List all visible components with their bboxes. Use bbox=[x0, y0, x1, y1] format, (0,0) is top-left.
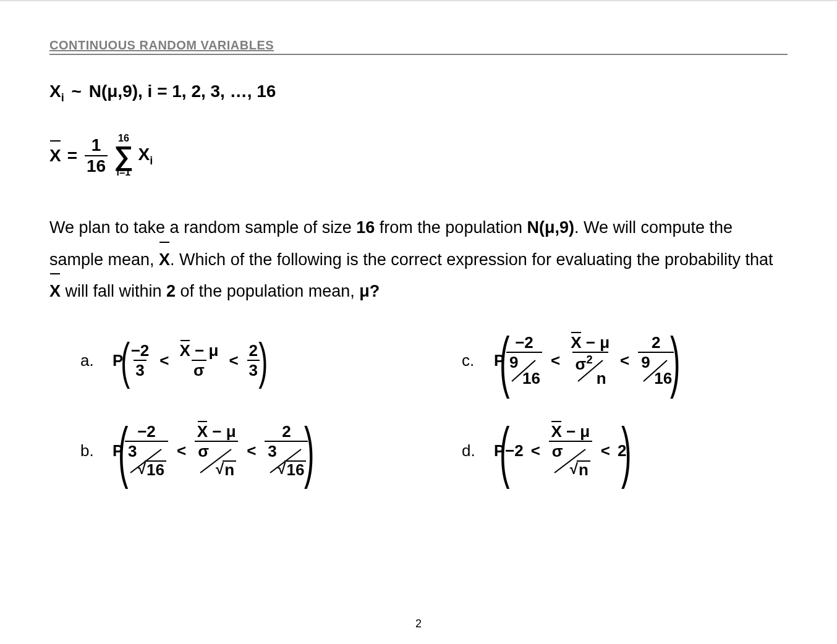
xi-symbol: Xi bbox=[49, 82, 64, 101]
tilde: ~ bbox=[72, 82, 82, 101]
distribution: N(μ,9) bbox=[89, 82, 138, 101]
equation-population: Xi ~ N(μ,9), i = 1, 2, 3, …, 16 bbox=[49, 78, 788, 106]
question-paragraph: We plan to take a random sample of size … bbox=[49, 212, 788, 307]
option-d[interactable]: d. P ( −2 < X − μ σ √n bbox=[462, 423, 788, 478]
index-range: i = 1, 2, 3, …, 16 bbox=[148, 82, 276, 101]
document-content: Xi ~ N(μ,9), i = 1, 2, 3, …, 16 X = 1 16… bbox=[49, 78, 788, 478]
fraction-1-16: 1 16 bbox=[85, 137, 108, 175]
option-a[interactable]: a. P ( −23 < X − μσ < 23 ) bbox=[80, 334, 406, 386]
options-grid: a. P ( −23 < X − μσ < 23 ) c. bbox=[49, 334, 788, 478]
equals-sign: = bbox=[67, 143, 77, 169]
document-page: CONTINUOUS RANDOM VARIABLES Xi ~ N(μ,9),… bbox=[0, 0, 837, 644]
xbar-inline-1: X bbox=[159, 244, 170, 276]
option-b-label: b. bbox=[80, 439, 98, 463]
xbar-symbol: X bbox=[49, 143, 61, 169]
option-b[interactable]: b. P ( −2 3 √16 bbox=[80, 423, 406, 478]
option-a-label: a. bbox=[80, 349, 98, 373]
summation-symbol: 16 ∑ i=1 bbox=[114, 133, 133, 178]
page-number: 2 bbox=[415, 617, 422, 630]
xbar-inline-2: X bbox=[49, 276, 61, 307]
equation-sample-mean: X = 1 16 16 ∑ i=1 Xi bbox=[49, 133, 788, 178]
option-c-label: c. bbox=[462, 349, 479, 373]
option-c[interactable]: c. P ( −2 9 16 bbox=[462, 334, 788, 386]
option-d-label: d. bbox=[462, 439, 479, 463]
summand: Xi bbox=[138, 142, 153, 169]
section-header: CONTINUOUS RANDOM VARIABLES bbox=[49, 38, 788, 55]
